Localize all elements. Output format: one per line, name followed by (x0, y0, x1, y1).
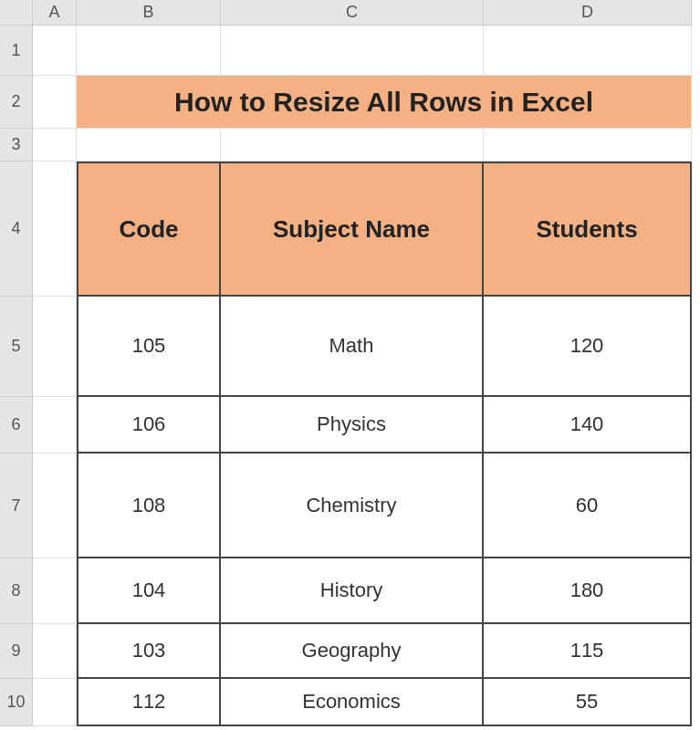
cell-a8[interactable] (33, 558, 77, 624)
cell-code-4[interactable]: 103 (77, 624, 221, 679)
cell-a9[interactable] (33, 624, 77, 679)
cell-subject-4[interactable]: Geography (221, 624, 484, 679)
cell-b3[interactable] (77, 129, 221, 162)
cell-subject-0[interactable]: Math (221, 297, 484, 397)
cell-students-0[interactable]: 120 (484, 297, 692, 397)
row-header-6[interactable]: 6 (0, 397, 33, 454)
cell-code-0[interactable]: 105 (77, 297, 221, 397)
header-code[interactable]: Code (77, 162, 221, 297)
cell-grid: How to Resize All Rows in Excel Code Sub… (33, 26, 692, 726)
cell-students-4[interactable]: 115 (484, 624, 692, 679)
select-all-corner[interactable] (0, 0, 33, 26)
cell-subject-2[interactable]: Chemistry (221, 454, 484, 558)
cell-c1[interactable] (221, 26, 484, 76)
cell-a3[interactable] (33, 129, 77, 162)
cell-a4[interactable] (33, 162, 77, 297)
cell-a2[interactable] (33, 76, 77, 129)
cell-a6[interactable] (33, 397, 77, 454)
cell-subject-3[interactable]: History (221, 558, 484, 624)
cell-d3[interactable] (484, 129, 692, 162)
row-header-10[interactable]: 10 (0, 679, 33, 726)
row-headers: 1 2 3 4 5 6 7 8 9 10 (0, 26, 33, 726)
cell-code-5[interactable]: 112 (77, 679, 221, 726)
cell-a10[interactable] (33, 679, 77, 726)
row-header-2[interactable]: 2 (0, 76, 33, 129)
col-header-a[interactable]: A (33, 0, 77, 26)
cell-students-5[interactable]: 55 (484, 679, 692, 726)
col-header-c[interactable]: C (221, 0, 484, 26)
row-header-9[interactable]: 9 (0, 624, 33, 679)
cell-code-1[interactable]: 106 (77, 397, 221, 454)
row-header-1[interactable]: 1 (0, 26, 33, 76)
cell-a1[interactable] (33, 26, 77, 76)
cell-a7[interactable] (33, 454, 77, 558)
cell-students-2[interactable]: 60 (484, 454, 692, 558)
row-header-7[interactable]: 7 (0, 454, 33, 558)
row-header-8[interactable]: 8 (0, 558, 33, 624)
cell-d1[interactable] (484, 26, 692, 76)
col-header-d[interactable]: D (484, 0, 692, 26)
column-headers: A B C D (33, 0, 692, 26)
header-students[interactable]: Students (484, 162, 692, 297)
title-cell[interactable]: How to Resize All Rows in Excel (77, 76, 692, 129)
row-header-5[interactable]: 5 (0, 297, 33, 397)
cell-code-2[interactable]: 108 (77, 454, 221, 558)
cell-students-1[interactable]: 140 (484, 397, 692, 454)
cell-subject-1[interactable]: Physics (221, 397, 484, 454)
cell-subject-5[interactable]: Economics (221, 679, 484, 726)
row-header-3[interactable]: 3 (0, 129, 33, 162)
col-header-b[interactable]: B (77, 0, 221, 26)
cell-code-3[interactable]: 104 (77, 558, 221, 624)
header-subject[interactable]: Subject Name (221, 162, 484, 297)
cell-students-3[interactable]: 180 (484, 558, 692, 624)
cell-b1[interactable] (77, 26, 221, 76)
cell-c3[interactable] (221, 129, 484, 162)
row-header-4[interactable]: 4 (0, 162, 33, 297)
cell-a5[interactable] (33, 297, 77, 397)
